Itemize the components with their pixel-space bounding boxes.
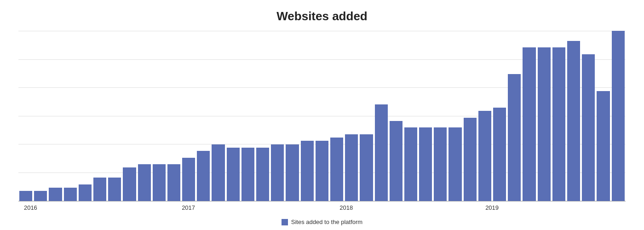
bar — [242, 148, 254, 201]
bar — [182, 158, 195, 201]
bar — [197, 151, 210, 201]
bar-wrap — [63, 31, 78, 201]
bar — [612, 31, 625, 201]
bar-wrap — [448, 31, 462, 201]
bar — [493, 108, 506, 201]
bar-wrap — [300, 31, 315, 201]
bar — [330, 138, 343, 201]
bar — [316, 141, 328, 201]
bar-wrap — [596, 31, 610, 201]
bar-wrap — [389, 31, 403, 201]
bar-wrap — [48, 31, 63, 201]
x-axis-label: 2018 — [339, 204, 353, 211]
bar — [93, 178, 106, 201]
bar-wrap — [226, 31, 241, 201]
bar-wrap — [181, 31, 196, 201]
bar — [167, 164, 180, 201]
bar-wrap — [581, 31, 596, 201]
bar — [286, 144, 299, 201]
bar-wrap — [403, 31, 418, 201]
bar-wrap — [507, 31, 522, 201]
bar — [523, 47, 535, 201]
bar — [49, 188, 62, 201]
bar — [256, 148, 269, 201]
bar-wrap — [196, 31, 211, 201]
bar-wrap — [122, 31, 137, 201]
bar — [138, 164, 151, 201]
bar-wrap — [463, 31, 477, 201]
bar — [419, 127, 432, 201]
bar — [434, 127, 447, 201]
bar-wrap — [167, 31, 181, 201]
bar-wrap — [152, 31, 167, 201]
bar-wrap — [433, 31, 448, 201]
bar-wrap — [92, 31, 107, 201]
chart-area: 2016201720182019 — [18, 31, 626, 215]
legend-label: Sites added to the platform — [291, 218, 362, 225]
bar-wrap — [329, 31, 344, 201]
bar-wrap — [418, 31, 433, 201]
bar — [375, 104, 388, 201]
bar-wrap — [270, 31, 285, 201]
bar-wrap — [537, 31, 552, 201]
bar — [79, 184, 92, 201]
legend-color-box — [282, 219, 288, 225]
bar — [597, 91, 610, 201]
bar-wrap — [78, 31, 92, 201]
bar — [508, 74, 521, 201]
bar — [464, 118, 477, 201]
bar — [390, 121, 402, 201]
bars-container — [18, 31, 626, 201]
bar — [153, 164, 166, 201]
bar-wrap — [477, 31, 492, 201]
bar — [360, 134, 373, 201]
bar-wrap — [211, 31, 225, 201]
x-axis-label: 2019 — [485, 204, 499, 211]
bar-wrap — [552, 31, 566, 201]
bar — [345, 134, 358, 201]
bar — [301, 141, 314, 201]
bar-wrap — [241, 31, 255, 201]
chart-legend: Sites added to the platform — [282, 218, 362, 225]
bar-wrap — [566, 31, 581, 201]
bar-wrap — [18, 31, 33, 201]
bar — [478, 111, 491, 201]
bar-wrap — [344, 31, 359, 201]
bar — [212, 144, 224, 201]
bar — [34, 191, 47, 201]
bar-wrap — [359, 31, 374, 201]
bar — [271, 144, 284, 201]
x-axis: 2016201720182019 — [18, 201, 626, 215]
bar — [64, 188, 77, 201]
bar-wrap — [107, 31, 122, 201]
bar-wrap — [255, 31, 270, 201]
bar — [123, 167, 136, 201]
bar — [538, 47, 551, 201]
chart-title: Websites added — [276, 9, 367, 23]
bar-wrap — [522, 31, 536, 201]
bar — [227, 148, 240, 201]
bar-wrap — [374, 31, 389, 201]
bar-wrap — [492, 31, 507, 201]
x-axis-label: 2017 — [182, 204, 195, 211]
bar-wrap — [315, 31, 329, 201]
bar-wrap — [33, 31, 48, 201]
bar-wrap — [137, 31, 152, 201]
bar — [404, 127, 417, 201]
bar — [19, 191, 32, 201]
x-axis-label: 2016 — [24, 204, 37, 211]
bar — [552, 47, 565, 201]
bar — [448, 127, 461, 201]
bar — [567, 41, 580, 201]
bar-wrap — [611, 31, 626, 201]
bar-wrap — [285, 31, 299, 201]
bar — [582, 54, 595, 201]
bar — [108, 178, 121, 201]
